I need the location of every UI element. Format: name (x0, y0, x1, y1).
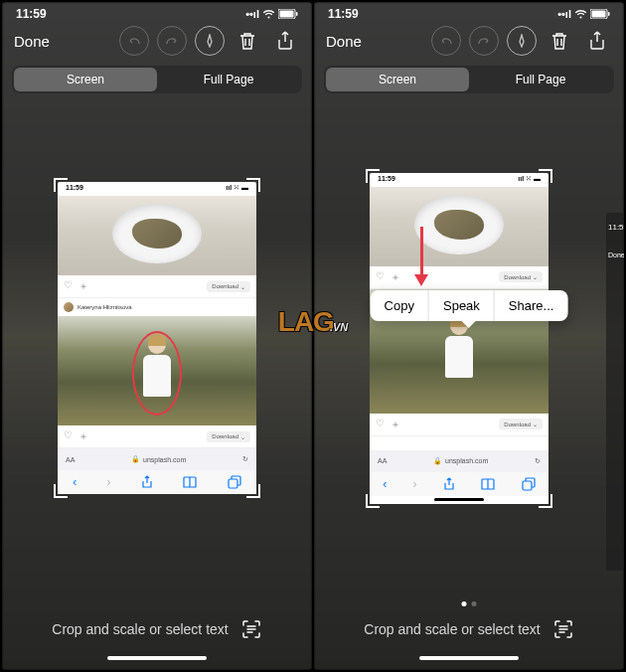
wifi-icon (574, 9, 587, 19)
signal-icon: ••ıl (557, 8, 571, 20)
svg-rect-5 (592, 11, 606, 18)
page-content: 11:59 ııl ⁙ ▬ ♡＋ Download⌄ (370, 173, 548, 504)
toolbar-actions (431, 26, 612, 56)
share-icon[interactable] (582, 26, 612, 56)
reload-icon[interactable]: ↻ (535, 457, 541, 465)
battery-icon (278, 9, 298, 19)
plus-icon[interactable]: ＋ (78, 279, 88, 293)
download-button-1[interactable]: Download⌄ (207, 281, 250, 292)
live-text-icon[interactable] (552, 618, 574, 640)
tab-screen[interactable]: Screen (14, 68, 157, 91)
download-button-1[interactable]: Download⌄ (499, 271, 543, 282)
menu-speak[interactable]: Speak (429, 290, 495, 321)
plus-icon[interactable]: ＋ (391, 270, 400, 284)
peek-time: 11:59 (606, 213, 624, 242)
crop-handle-tl[interactable] (54, 178, 68, 192)
context-menu: Copy Speak Share... (371, 290, 568, 321)
screenshot-thumbnail[interactable]: 11:59 ııl ⁙ ▬ ♡＋ Download⌄ (370, 173, 548, 504)
done-button[interactable]: Done (326, 33, 362, 50)
crop-handle-br[interactable] (539, 494, 552, 508)
home-indicator[interactable] (419, 656, 519, 660)
dot-1[interactable] (462, 601, 467, 606)
tab-fullpage[interactable]: Full Page (469, 68, 612, 91)
screenshot-preview-area: 11:59 ııl ⁙ ▬ ♡ ＋ Download⌄ (2, 99, 312, 577)
crop-handle-bl[interactable] (54, 484, 68, 498)
trash-icon[interactable] (233, 26, 262, 56)
food-photo (370, 187, 548, 266)
download-button-2[interactable]: Download⌄ (207, 431, 250, 442)
aa-button[interactable]: AA (66, 456, 75, 463)
crop-handle-br[interactable] (246, 484, 260, 498)
share-icon[interactable] (443, 477, 455, 491)
toolbar-actions (119, 26, 300, 56)
plus-icon[interactable]: ＋ (391, 418, 400, 431)
plus-icon[interactable]: ＋ (78, 429, 88, 443)
forward-icon[interactable]: › (107, 475, 111, 489)
undo-icon[interactable] (119, 26, 149, 56)
inner-status-bar: 11:59 ııl ⁙ ▬ (370, 173, 548, 187)
lock-icon: 🔒 (433, 457, 442, 465)
heart-icon[interactable]: ♡ (376, 270, 385, 284)
crop-handle-tr[interactable] (539, 169, 552, 183)
url-display[interactable]: 🔒unsplash.com (75, 455, 242, 463)
undo-icon[interactable] (431, 26, 461, 56)
dot-2[interactable] (472, 601, 477, 606)
svg-rect-7 (523, 481, 532, 490)
reload-icon[interactable]: ↻ (242, 455, 248, 463)
heart-icon[interactable]: ♡ (376, 418, 385, 431)
next-screenshot-peek[interactable]: 11:59 Done (606, 213, 624, 571)
tab-screen[interactable]: Screen (326, 68, 469, 91)
card-icons-1: ♡ ＋ (64, 279, 88, 293)
tabs-icon[interactable] (228, 475, 241, 489)
done-button[interactable]: Done (14, 33, 50, 50)
status-bar: 11:59 ••ıl (2, 2, 312, 22)
page-dots (462, 601, 477, 606)
share-icon[interactable] (270, 26, 300, 56)
tabs-icon[interactable] (522, 477, 536, 491)
inner-time: 11:59 (66, 184, 83, 194)
card-actions-1: ♡ ＋ Download⌄ (58, 275, 256, 298)
heart-icon[interactable]: ♡ (64, 429, 73, 443)
watermark: LAG.VN (278, 306, 348, 338)
hint-text: Crop and scale or select text (364, 621, 540, 637)
trash-icon[interactable] (545, 26, 574, 56)
back-icon[interactable]: ‹ (383, 477, 387, 491)
aa-button[interactable]: AA (378, 457, 387, 464)
menu-copy[interactable]: Copy (371, 290, 429, 321)
download-button-2[interactable]: Download⌄ (499, 419, 543, 429)
crop-handle-tl[interactable] (366, 169, 380, 183)
signal-icon: ••ıl (245, 8, 259, 20)
phone-right: 11:59 ••ıl Done Screen Full Page 11 (314, 2, 624, 670)
phone-left: 11:59 ••ıl Done Screen Full Page (2, 2, 312, 670)
avatar (64, 302, 74, 312)
bookmarks-icon[interactable] (481, 478, 495, 490)
markup-annotation (132, 331, 182, 416)
screenshot-thumbnail[interactable]: 11:59 ııl ⁙ ▬ ♡ ＋ Download⌄ (58, 182, 256, 494)
bookmarks-icon[interactable] (183, 476, 197, 488)
markup-icon[interactable] (195, 26, 225, 56)
crop-handle-tr[interactable] (246, 178, 260, 192)
tab-fullpage[interactable]: Full Page (157, 68, 300, 91)
status-indicators: ••ıl (245, 8, 298, 20)
menu-share[interactable]: Share... (495, 290, 568, 321)
tutorial-arrow (414, 227, 428, 286)
share-icon[interactable] (141, 475, 153, 489)
redo-icon[interactable] (469, 26, 499, 56)
inner-signal-icon: ııl ⁙ ▬ (518, 175, 541, 185)
forward-icon[interactable]: › (413, 477, 417, 491)
author-name: Kateryna Hliznitsova (78, 304, 132, 310)
home-indicator[interactable] (107, 656, 207, 660)
heart-icon[interactable]: ♡ (64, 279, 73, 293)
svg-rect-1 (280, 11, 294, 18)
url-display[interactable]: 🔒unsplash.com (387, 457, 535, 465)
redo-icon[interactable] (157, 26, 187, 56)
watermark-main: LAG (278, 306, 334, 337)
svg-rect-2 (296, 12, 298, 16)
crop-handle-bl[interactable] (366, 494, 380, 508)
live-text-icon[interactable] (240, 618, 262, 640)
back-icon[interactable]: ‹ (73, 475, 77, 489)
markup-icon[interactable] (507, 26, 537, 56)
editor-toolbar: Done (314, 22, 624, 60)
photo-card-1: ♡＋ Download⌄ (370, 187, 548, 289)
card-actions-1: ♡＋ Download⌄ (370, 266, 548, 289)
